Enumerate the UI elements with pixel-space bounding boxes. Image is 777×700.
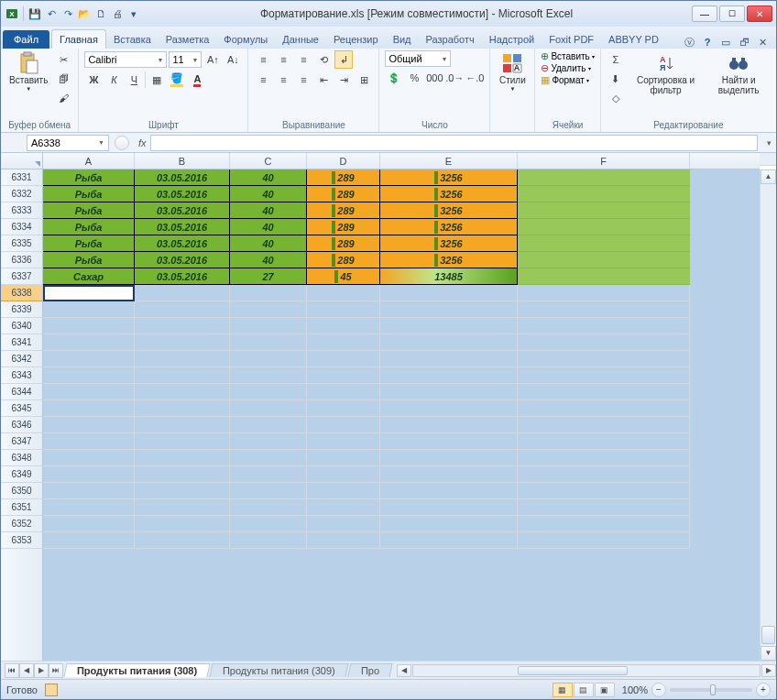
clear-icon[interactable]: ◇ xyxy=(607,89,625,107)
row-header[interactable]: 6345 xyxy=(1,400,42,417)
tab-abbyy[interactable]: ABBYY PD xyxy=(601,30,666,49)
cell[interactable]: Рыба xyxy=(43,235,135,252)
tab-view[interactable]: Вид xyxy=(386,30,419,49)
empty-row[interactable] xyxy=(43,367,760,384)
align-bottom-icon[interactable]: ≡ xyxy=(294,50,312,69)
tab-file[interactable]: Файл xyxy=(3,30,49,49)
align-left-icon[interactable]: ≡ xyxy=(254,71,272,89)
cell[interactable]: 03.05.2016 xyxy=(135,235,230,252)
first-sheet-icon[interactable]: ⏮ xyxy=(5,663,19,678)
cell[interactable]: 40 xyxy=(230,202,307,219)
doc-minimize-icon[interactable]: ▭ xyxy=(719,36,732,49)
font-color-button[interactable]: A xyxy=(188,71,206,89)
cell[interactable]: 3256 xyxy=(380,235,518,252)
table-row[interactable]: Рыба03.05.2016402893256 xyxy=(43,186,760,202)
row-header[interactable]: 6335 xyxy=(1,235,42,252)
align-top-icon[interactable]: ≡ xyxy=(254,50,272,69)
align-center-icon[interactable]: ≡ xyxy=(274,71,292,89)
currency-icon[interactable]: 💲 xyxy=(385,69,403,87)
cell[interactable]: Сахар xyxy=(43,268,135,285)
cell[interactable]: 40 xyxy=(230,186,307,202)
cell[interactable]: 40 xyxy=(230,219,307,235)
zoom-out-button[interactable]: − xyxy=(651,683,666,697)
cell[interactable]: 13485 xyxy=(380,268,518,285)
delete-cells-button[interactable]: ⊖Удалить▾ xyxy=(541,62,590,74)
cell[interactable]: 03.05.2016 xyxy=(135,268,230,285)
empty-row[interactable] xyxy=(43,532,760,549)
wrap-text-button[interactable]: ↲ xyxy=(334,50,353,69)
find-select-button[interactable]: Найти и выделить xyxy=(706,50,771,97)
cell[interactable]: 289 xyxy=(307,186,380,202)
border-button[interactable]: ▦ xyxy=(148,71,166,89)
maximize-button[interactable]: ☐ xyxy=(719,5,745,22)
cell[interactable] xyxy=(518,186,690,202)
expand-formula-icon[interactable]: ▾ xyxy=(761,138,776,148)
row-header[interactable]: 6351 xyxy=(1,499,42,516)
cell[interactable]: 289 xyxy=(307,202,380,219)
view-pagebreak-icon[interactable]: ▣ xyxy=(595,683,615,697)
scroll-down-icon[interactable]: ▼ xyxy=(761,646,776,661)
tab-formulas[interactable]: Формулы xyxy=(216,30,275,49)
fill-color-button[interactable]: 🪣 xyxy=(168,71,186,89)
sort-filter-button[interactable]: AЯ Сортировка и фильтр xyxy=(629,50,704,97)
col-header-A[interactable]: A xyxy=(43,153,135,169)
cancel-icon[interactable] xyxy=(115,136,129,150)
doc-restore-icon[interactable]: 🗗 xyxy=(738,36,750,49)
row-header[interactable]: 6347 xyxy=(1,433,42,450)
empty-row[interactable] xyxy=(43,318,760,334)
font-name-combo[interactable]: Calibri▼ xyxy=(84,51,167,68)
cell[interactable] xyxy=(518,252,690,268)
align-middle-icon[interactable]: ≡ xyxy=(274,50,292,69)
view-layout-icon[interactable]: ▤ xyxy=(574,683,594,697)
tab-review[interactable]: Рецензир xyxy=(326,30,386,49)
row-header[interactable]: 6334 xyxy=(1,219,42,235)
empty-row[interactable] xyxy=(43,351,760,367)
cell[interactable] xyxy=(518,170,690,186)
col-header-F[interactable]: F xyxy=(518,153,690,169)
table-row[interactable]: Рыба03.05.2016402893256 xyxy=(43,252,760,268)
close-button[interactable]: ✕ xyxy=(747,5,772,22)
cell[interactable]: Рыба xyxy=(43,219,135,235)
percent-icon[interactable]: % xyxy=(405,69,423,87)
empty-row[interactable] xyxy=(43,417,760,433)
cell[interactable]: Рыба xyxy=(43,202,135,219)
col-header-D[interactable]: D xyxy=(307,153,380,169)
next-sheet-icon[interactable]: ▶ xyxy=(34,663,49,678)
save-icon[interactable]: 💾 xyxy=(27,6,42,21)
row-header[interactable]: 6342 xyxy=(1,351,42,367)
cell[interactable]: 03.05.2016 xyxy=(135,202,230,219)
scroll-right-icon[interactable]: ▶ xyxy=(761,664,776,677)
cell[interactable]: 40 xyxy=(230,170,307,186)
cell[interactable]: 3256 xyxy=(380,170,518,186)
horizontal-scrollbar[interactable]: ◀ ▶ xyxy=(397,664,776,677)
row-header[interactable]: 6341 xyxy=(1,334,42,351)
scroll-thumb[interactable] xyxy=(761,626,775,644)
merge-button[interactable]: ⊞ xyxy=(355,71,373,89)
cell[interactable]: 289 xyxy=(307,170,380,186)
print-preview-icon[interactable]: 🖨 xyxy=(110,6,125,21)
italic-button[interactable]: К xyxy=(104,71,123,89)
cell[interactable]: 40 xyxy=(230,235,307,252)
empty-row[interactable] xyxy=(43,334,760,351)
cell[interactable]: 03.05.2016 xyxy=(135,170,230,186)
sheet-tab[interactable]: Про xyxy=(347,663,392,677)
col-header-B[interactable]: B xyxy=(135,153,230,169)
col-header-E[interactable]: E xyxy=(380,153,518,169)
empty-row[interactable] xyxy=(43,301,760,318)
minimize-ribbon-icon[interactable]: ⓥ xyxy=(683,36,695,49)
last-sheet-icon[interactable]: ⏭ xyxy=(49,663,63,678)
empty-row[interactable] xyxy=(43,384,760,400)
select-all-corner[interactable] xyxy=(1,153,43,169)
empty-row[interactable] xyxy=(43,483,760,499)
row-header[interactable]: 6337 xyxy=(1,268,42,285)
row-header[interactable]: 6353 xyxy=(1,532,42,549)
cell[interactable]: 289 xyxy=(307,252,380,268)
row-header[interactable]: 6340 xyxy=(1,318,42,334)
sheet-tab[interactable]: Продукты питания (309) xyxy=(210,663,349,677)
table-row[interactable]: Сахар03.05.2016274513485 xyxy=(43,268,760,285)
cell[interactable]: 3256 xyxy=(380,186,518,202)
help-icon[interactable]: ? xyxy=(701,36,714,49)
styles-button[interactable]: A Стили ▼ xyxy=(496,50,529,93)
formula-input[interactable] xyxy=(150,135,758,151)
new-icon[interactable]: 🗋 xyxy=(93,6,108,21)
